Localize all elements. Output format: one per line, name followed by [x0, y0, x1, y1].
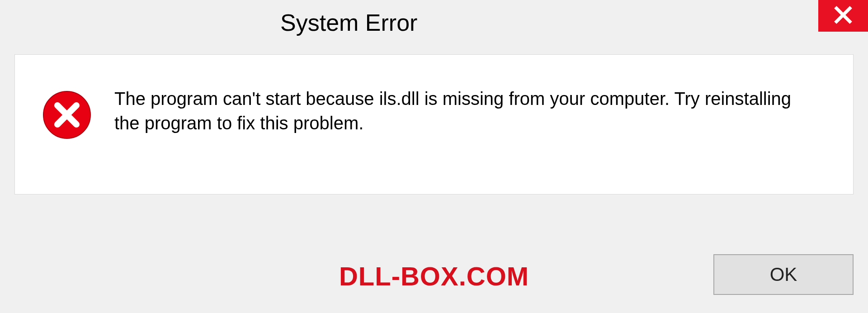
error-icon [42, 90, 92, 142]
ok-button[interactable]: OK [713, 254, 854, 295]
close-icon [833, 5, 853, 27]
dialog-title: System Error [280, 9, 417, 36]
message-panel: The program can't start because ils.dll … [14, 54, 854, 194]
error-message: The program can't start because ils.dll … [114, 86, 793, 135]
button-row: OK [0, 254, 868, 313]
close-button[interactable] [818, 0, 868, 32]
title-bar: System Error [0, 0, 868, 45]
